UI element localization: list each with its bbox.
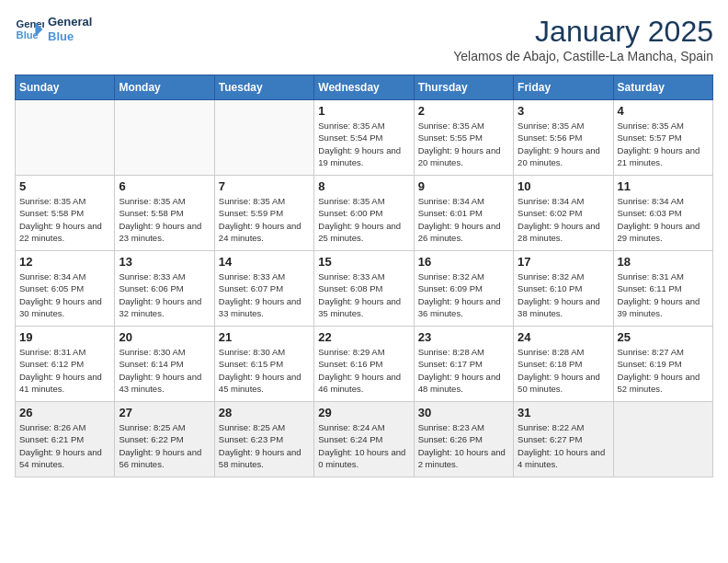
day-info: Sunrise: 8:34 AM Sunset: 6:01 PM Dayligh… bbox=[418, 195, 509, 244]
month-title: January 2025 bbox=[453, 15, 713, 49]
day-number: 25 bbox=[618, 330, 709, 344]
location-title: Yelamos de Abajo, Castille-La Mancha, Sp… bbox=[453, 49, 713, 63]
calendar-header-row: SundayMondayTuesdayWednesdayThursdayFrid… bbox=[16, 75, 713, 100]
calendar-day-cell: 22Sunrise: 8:29 AM Sunset: 6:16 PM Dayli… bbox=[314, 327, 414, 402]
day-number: 15 bbox=[318, 255, 409, 269]
calendar-day-cell: 15Sunrise: 8:33 AM Sunset: 6:08 PM Dayli… bbox=[314, 251, 414, 327]
calendar-day-cell bbox=[115, 100, 214, 176]
day-info: Sunrise: 8:25 AM Sunset: 6:23 PM Dayligh… bbox=[219, 421, 310, 470]
calendar-header-friday: Friday bbox=[514, 75, 613, 100]
calendar-week-row: 5Sunrise: 8:35 AM Sunset: 5:58 PM Daylig… bbox=[16, 176, 713, 251]
logo-icon: General Blue bbox=[15, 15, 44, 44]
day-info: Sunrise: 8:35 AM Sunset: 5:58 PM Dayligh… bbox=[119, 195, 210, 244]
calendar-day-cell: 12Sunrise: 8:34 AM Sunset: 6:05 PM Dayli… bbox=[16, 251, 115, 327]
day-number: 1 bbox=[318, 104, 409, 118]
day-info: Sunrise: 8:34 AM Sunset: 6:03 PM Dayligh… bbox=[618, 195, 709, 244]
calendar-day-cell: 17Sunrise: 8:32 AM Sunset: 6:10 PM Dayli… bbox=[514, 251, 613, 327]
calendar-day-cell bbox=[16, 100, 115, 176]
day-number: 11 bbox=[618, 179, 709, 193]
calendar-header-thursday: Thursday bbox=[414, 75, 513, 100]
calendar-day-cell bbox=[214, 100, 313, 176]
day-info: Sunrise: 8:27 AM Sunset: 6:19 PM Dayligh… bbox=[618, 346, 709, 395]
day-info: Sunrise: 8:35 AM Sunset: 5:57 PM Dayligh… bbox=[618, 120, 709, 168]
calendar-day-cell: 8Sunrise: 8:35 AM Sunset: 6:00 PM Daylig… bbox=[314, 176, 414, 251]
day-info: Sunrise: 8:33 AM Sunset: 6:07 PM Dayligh… bbox=[219, 270, 310, 319]
day-number: 10 bbox=[518, 179, 609, 193]
day-info: Sunrise: 8:35 AM Sunset: 5:54 PM Dayligh… bbox=[318, 120, 409, 168]
calendar-day-cell: 2Sunrise: 8:35 AM Sunset: 5:55 PM Daylig… bbox=[414, 100, 513, 176]
day-number: 26 bbox=[19, 406, 110, 419]
day-number: 5 bbox=[19, 179, 110, 193]
day-info: Sunrise: 8:30 AM Sunset: 6:15 PM Dayligh… bbox=[219, 346, 310, 395]
calendar-day-cell: 23Sunrise: 8:28 AM Sunset: 6:17 PM Dayli… bbox=[414, 327, 513, 402]
day-info: Sunrise: 8:24 AM Sunset: 6:24 PM Dayligh… bbox=[318, 421, 409, 470]
day-number: 28 bbox=[219, 406, 310, 419]
day-number: 29 bbox=[318, 406, 409, 419]
day-info: Sunrise: 8:25 AM Sunset: 6:22 PM Dayligh… bbox=[119, 421, 210, 470]
calendar-week-row: 19Sunrise: 8:31 AM Sunset: 6:12 PM Dayli… bbox=[16, 327, 713, 402]
day-number: 20 bbox=[119, 330, 210, 344]
day-number: 21 bbox=[219, 330, 310, 344]
title-area: January 2025 Yelamos de Abajo, Castille-… bbox=[453, 15, 713, 63]
day-number: 2 bbox=[418, 104, 509, 118]
day-info: Sunrise: 8:34 AM Sunset: 6:05 PM Dayligh… bbox=[19, 270, 110, 319]
calendar-week-row: 1Sunrise: 8:35 AM Sunset: 5:54 PM Daylig… bbox=[16, 100, 713, 176]
logo-text-general: General bbox=[48, 15, 92, 29]
calendar-day-cell: 31Sunrise: 8:22 AM Sunset: 6:27 PM Dayli… bbox=[514, 402, 613, 477]
day-info: Sunrise: 8:32 AM Sunset: 6:10 PM Dayligh… bbox=[518, 270, 609, 319]
day-number: 19 bbox=[19, 330, 110, 344]
calendar-day-cell: 11Sunrise: 8:34 AM Sunset: 6:03 PM Dayli… bbox=[613, 176, 712, 251]
day-number: 4 bbox=[618, 104, 709, 118]
day-number: 13 bbox=[119, 255, 210, 269]
svg-text:Blue: Blue bbox=[17, 29, 39, 40]
calendar-day-cell: 9Sunrise: 8:34 AM Sunset: 6:01 PM Daylig… bbox=[414, 176, 513, 251]
day-info: Sunrise: 8:33 AM Sunset: 6:06 PM Dayligh… bbox=[119, 270, 210, 319]
day-info: Sunrise: 8:35 AM Sunset: 6:00 PM Dayligh… bbox=[318, 195, 409, 244]
calendar-header-wednesday: Wednesday bbox=[314, 75, 414, 100]
day-number: 12 bbox=[19, 255, 110, 269]
day-info: Sunrise: 8:22 AM Sunset: 6:27 PM Dayligh… bbox=[518, 421, 609, 470]
day-info: Sunrise: 8:32 AM Sunset: 6:09 PM Dayligh… bbox=[418, 270, 509, 319]
day-info: Sunrise: 8:30 AM Sunset: 6:14 PM Dayligh… bbox=[119, 346, 210, 395]
calendar-body: 1Sunrise: 8:35 AM Sunset: 5:54 PM Daylig… bbox=[16, 100, 713, 477]
logo-text-blue: Blue bbox=[48, 29, 92, 44]
day-number: 16 bbox=[418, 255, 509, 269]
logo: General Blue General Blue bbox=[15, 15, 92, 44]
calendar-header-monday: Monday bbox=[115, 75, 214, 100]
day-info: Sunrise: 8:35 AM Sunset: 5:55 PM Dayligh… bbox=[418, 120, 509, 168]
calendar-day-cell: 28Sunrise: 8:25 AM Sunset: 6:23 PM Dayli… bbox=[214, 402, 313, 477]
calendar-day-cell: 3Sunrise: 8:35 AM Sunset: 5:56 PM Daylig… bbox=[514, 100, 613, 176]
calendar-day-cell: 7Sunrise: 8:35 AM Sunset: 5:59 PM Daylig… bbox=[214, 176, 313, 251]
calendar-day-cell: 18Sunrise: 8:31 AM Sunset: 6:11 PM Dayli… bbox=[613, 251, 712, 327]
calendar-day-cell: 13Sunrise: 8:33 AM Sunset: 6:06 PM Dayli… bbox=[115, 251, 214, 327]
day-number: 8 bbox=[318, 179, 409, 193]
day-info: Sunrise: 8:35 AM Sunset: 5:59 PM Dayligh… bbox=[219, 195, 310, 244]
day-number: 14 bbox=[219, 255, 310, 269]
calendar-day-cell: 21Sunrise: 8:30 AM Sunset: 6:15 PM Dayli… bbox=[214, 327, 313, 402]
day-info: Sunrise: 8:34 AM Sunset: 6:02 PM Dayligh… bbox=[518, 195, 609, 244]
day-number: 9 bbox=[418, 179, 509, 193]
calendar-day-cell: 20Sunrise: 8:30 AM Sunset: 6:14 PM Dayli… bbox=[115, 327, 214, 402]
calendar-week-row: 26Sunrise: 8:26 AM Sunset: 6:21 PM Dayli… bbox=[16, 402, 713, 477]
calendar-day-cell bbox=[613, 402, 712, 477]
calendar-day-cell: 26Sunrise: 8:26 AM Sunset: 6:21 PM Dayli… bbox=[16, 402, 115, 477]
page-header: General Blue General Blue January 2025 Y… bbox=[15, 15, 713, 63]
day-number: 27 bbox=[119, 406, 210, 419]
calendar-day-cell: 10Sunrise: 8:34 AM Sunset: 6:02 PM Dayli… bbox=[514, 176, 613, 251]
day-number: 30 bbox=[418, 406, 509, 419]
day-number: 17 bbox=[518, 255, 609, 269]
calendar-day-cell: 24Sunrise: 8:28 AM Sunset: 6:18 PM Dayli… bbox=[514, 327, 613, 402]
day-number: 31 bbox=[518, 406, 609, 419]
day-number: 3 bbox=[518, 104, 609, 118]
calendar-header-saturday: Saturday bbox=[613, 75, 712, 100]
day-number: 6 bbox=[119, 179, 210, 193]
calendar-day-cell: 30Sunrise: 8:23 AM Sunset: 6:26 PM Dayli… bbox=[414, 402, 513, 477]
calendar-day-cell: 6Sunrise: 8:35 AM Sunset: 5:58 PM Daylig… bbox=[115, 176, 214, 251]
day-info: Sunrise: 8:28 AM Sunset: 6:18 PM Dayligh… bbox=[518, 346, 609, 395]
day-info: Sunrise: 8:35 AM Sunset: 5:58 PM Dayligh… bbox=[19, 195, 110, 244]
calendar-header-sunday: Sunday bbox=[16, 75, 115, 100]
calendar-header-tuesday: Tuesday bbox=[214, 75, 313, 100]
calendar-day-cell: 14Sunrise: 8:33 AM Sunset: 6:07 PM Dayli… bbox=[214, 251, 313, 327]
day-info: Sunrise: 8:29 AM Sunset: 6:16 PM Dayligh… bbox=[318, 346, 409, 395]
calendar-day-cell: 5Sunrise: 8:35 AM Sunset: 5:58 PM Daylig… bbox=[16, 176, 115, 251]
